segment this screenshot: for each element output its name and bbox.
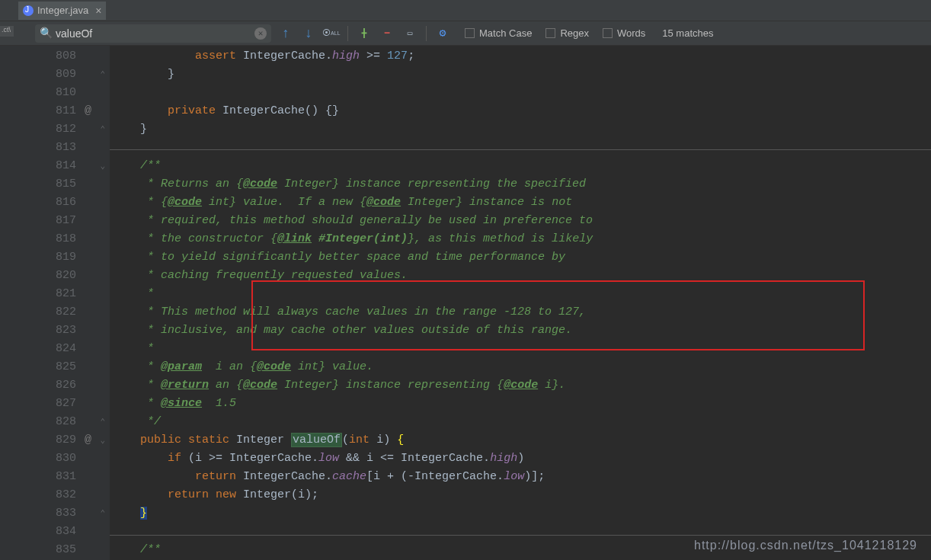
add-selection-button[interactable]: ╋ [356,25,373,42]
watermark: http://blog.csdn.net/tzs_1041218129 [694,539,917,552]
code-line: * @return an {@code Integer} instance re… [110,376,931,395]
code-line: return IntegerCache.cache[i + (-IntegerC… [110,468,931,486]
line-number: 813 [0,139,110,157]
words-label: Words [617,27,645,39]
close-icon[interactable]: × [95,5,101,17]
fold-icon[interactable]: ⌄ [100,157,105,175]
line-number: 835 [0,541,110,559]
line-number: 829@⌄ [0,431,110,450]
code-line: } [110,504,931,523]
method-separator [110,149,931,150]
regex-checkbox[interactable]: Regex [545,27,589,39]
select-all-button[interactable]: ⦿ALL [323,25,340,42]
code-line: * {@code int} value. If a new {@code Int… [110,194,931,212]
line-number: 824 [0,340,110,358]
line-number: 821 [0,285,110,303]
line-number: 808 [0,47,110,66]
line-number: 810 [0,84,110,102]
select-occurrences-button[interactable]: ▭ [402,25,418,42]
separator [426,26,427,41]
line-number: 830 [0,450,110,468]
code-line: * [110,340,931,358]
line-number: 816 [0,194,110,212]
line-number: 828⌃ [0,413,110,431]
line-number: 834 [0,523,110,541]
code-line: return new Integer(i); [110,486,931,504]
line-number: 819 [0,248,110,267]
left-edge-label: .ct\ [0,26,14,37]
checkbox-icon [603,28,613,38]
search-match: valueOf [291,433,342,447]
match-case-label: Match Case [479,27,532,39]
tab-filename: Integer.java [37,5,88,16]
line-number: 825 [0,358,110,376]
line-number: 832 [0,486,110,504]
tab-bar: Integer.java × [0,0,931,21]
separator [347,26,348,41]
code-line: * This method will always cache values i… [110,303,931,322]
search-icon: 🔍 [40,27,53,40]
fold-icon[interactable]: ⌃ [100,120,105,139]
code-line: if (i >= IntegerCache.low && i <= Intege… [110,450,931,468]
match-case-checkbox[interactable]: Match Case [465,27,532,39]
override-icon[interactable]: @ [85,431,91,450]
prev-match-button[interactable]: ↑ [277,25,294,42]
line-number: 833⌃ [0,504,110,523]
override-icon[interactable]: @ [85,102,91,120]
line-number: 817 [0,212,110,230]
java-file-icon [23,5,34,16]
regex-label: Regex [560,27,589,39]
code-line: public static Integer valueOf(int i) { [110,431,931,450]
line-number: 809⌃ [0,66,110,84]
match-count: 15 matches [662,27,713,39]
line-number: 815 [0,175,110,194]
code-line: * caching frequently requested values. [110,267,931,285]
line-number: 823 [0,322,110,340]
line-number: 812⌃ [0,120,110,139]
find-toolbar: 🔍 ✕ ↑ ↓ ⦿ALL ╋ ━ ▭ ⚙ Match Case Regex Wo… [0,21,931,46]
code-line: } [110,66,931,84]
search-input[interactable] [56,27,251,40]
fold-icon[interactable]: ⌄ [100,431,105,450]
code-line: /** [110,157,931,175]
line-number: 818 [0,230,110,248]
gear-icon[interactable]: ⚙ [434,25,451,42]
line-number: 820 [0,267,110,285]
line-number: 827 [0,395,110,413]
code-line [110,139,931,157]
code-line: assert IntegerCache.high >= 127; [110,47,931,66]
file-tab[interactable]: Integer.java × [18,2,106,20]
words-checkbox[interactable]: Words [603,27,645,39]
checkbox-icon [545,28,555,38]
fold-icon[interactable]: ⌃ [100,66,105,84]
gutter: 808 809⌃ 810 811@ 812⌃ 813 814⌄ 815 816 … [0,46,110,560]
code-line: */ [110,413,931,431]
editor: 808 809⌃ 810 811@ 812⌃ 813 814⌄ 815 816 … [0,46,931,560]
line-number: 811@ [0,102,110,120]
code-line: * to yield significantly better space an… [110,248,931,267]
code-line: } [110,120,931,139]
code-line: private IntegerCache() {} [110,102,931,120]
remove-selection-button[interactable]: ━ [379,25,395,42]
code-line: * [110,285,931,303]
clear-search-icon[interactable]: ✕ [254,27,267,40]
code-line: * @param i an {@code int} value. [110,358,931,376]
code-line: * the constructor {@link #Integer(int)},… [110,230,931,248]
next-match-button[interactable]: ↓ [300,25,317,42]
code-area[interactable]: assert IntegerCache.high >= 127; } priva… [110,46,931,560]
fold-icon[interactable]: ⌃ [100,413,105,431]
fold-icon[interactable]: ⌃ [100,504,105,523]
line-number: 826 [0,376,110,395]
line-number: 814⌄ [0,157,110,175]
line-number: 831 [0,468,110,486]
code-line: * inclusive, and may cache other values … [110,322,931,340]
line-number: 822 [0,303,110,322]
code-line: * required, this method should generally… [110,212,931,230]
code-line: * @since 1.5 [110,395,931,413]
method-separator [110,535,931,536]
code-line [110,84,931,102]
code-line: * Returns an {@code Integer} instance re… [110,175,931,194]
checkbox-icon [465,28,475,38]
search-field-wrap: 🔍 ✕ [35,24,271,43]
